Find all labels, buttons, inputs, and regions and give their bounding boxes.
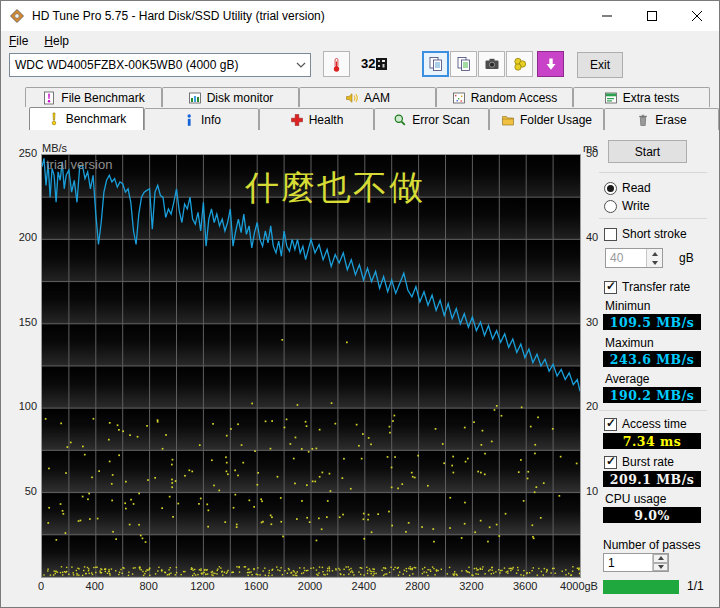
access-time-dot (506, 571, 507, 572)
access-time-dot (498, 535, 500, 537)
tab-info[interactable]: Info (144, 108, 259, 130)
tab-error-scan[interactable]: Error Scan (374, 108, 489, 130)
checkbox-icon[interactable]: ✓ (604, 456, 617, 469)
spin-up-icon[interactable] (653, 554, 668, 563)
read-radio[interactable]: Read (604, 181, 651, 195)
access-time-dot (293, 570, 294, 571)
access-time-dot (466, 570, 467, 571)
access-time-dot (157, 570, 158, 571)
access-time-dot (154, 477, 156, 479)
access-time-dot (257, 472, 259, 474)
maximize-button[interactable] (629, 1, 674, 31)
access-time-dot (204, 569, 205, 570)
tab-health[interactable]: Health (259, 108, 374, 130)
access-time-dot (422, 573, 423, 574)
temperature-button[interactable] (323, 51, 350, 77)
access-time-dot (346, 342, 348, 344)
access-time-dot (47, 522, 49, 524)
tab-erase[interactable]: Erase (604, 108, 719, 130)
spin-down-icon[interactable] (647, 258, 662, 267)
drive-select[interactable]: WDC WD4005FZBX-00K5WB0 (4000 gB) (9, 53, 311, 77)
access-time-dot (473, 421, 475, 423)
close-button[interactable] (674, 1, 719, 31)
access-time-dot (172, 516, 174, 518)
access-time-dot (464, 502, 466, 504)
x-tick: 3600 (513, 580, 537, 592)
access-time-dot (488, 570, 489, 571)
access-time-dot (437, 570, 438, 571)
access-time-dot (399, 571, 400, 572)
access-time-dot (219, 566, 220, 567)
short-stroke-checkbox[interactable]: ✓ Short stroke (604, 227, 687, 241)
short-stroke-label: Short stroke (622, 227, 687, 241)
access-time-dot (307, 570, 308, 571)
access-time-dot (115, 570, 116, 571)
info-icon (182, 113, 196, 127)
exit-button[interactable]: Exit (577, 52, 623, 78)
access-time-dot (303, 567, 304, 568)
menu-help[interactable]: Help (36, 33, 77, 49)
start-button[interactable]: Start (608, 140, 687, 163)
access-time-dot (245, 566, 246, 567)
minimize-button[interactable] (584, 1, 629, 31)
checkbox-icon[interactable]: ✓ (604, 228, 617, 241)
access-time-dot (391, 467, 393, 469)
access-time-dot (322, 567, 323, 568)
menubar: File Help (1, 31, 719, 50)
passes-spinner[interactable]: 1 (603, 553, 669, 572)
access-time-dot (224, 521, 226, 523)
tab-aam[interactable]: AAM (299, 87, 436, 107)
save-results-button[interactable] (506, 51, 533, 77)
screenshot-button[interactable] (478, 51, 505, 77)
tab-disk-monitor[interactable]: Disk monitor (162, 87, 299, 107)
access-time-dot (443, 462, 445, 464)
write-radio[interactable]: Write (604, 199, 650, 213)
burst-rate-checkbox[interactable]: ✓ Burst rate (604, 455, 674, 469)
tab-file-benchmark[interactable]: File Benchmark (25, 87, 162, 107)
transfer-rate-checkbox[interactable]: ✓ Transfer rate (604, 280, 690, 294)
checkbox-icon[interactable]: ✓ (604, 418, 617, 431)
spin-down-icon[interactable] (653, 563, 668, 572)
access-time-dot (397, 568, 398, 569)
access-time-dot (73, 574, 74, 575)
access-time-dot (367, 519, 369, 521)
access-time-dot (236, 524, 238, 526)
access-time-checkbox[interactable]: ✓ Access time (604, 417, 687, 431)
access-time-dot (461, 537, 463, 539)
update-download-button[interactable] (537, 51, 564, 77)
checkbox-icon[interactable]: ✓ (604, 281, 617, 294)
access-time-dot (270, 515, 272, 517)
access-time-dot (222, 574, 223, 575)
access-time-dot (220, 567, 221, 568)
copy-text-button[interactable] (450, 51, 477, 77)
access-time-dot (489, 569, 490, 570)
passes-label: Number of passes (603, 538, 700, 552)
tab-folder-usage[interactable]: Folder Usage (489, 108, 604, 130)
access-time-dot (169, 573, 170, 574)
access-time-dot (88, 568, 89, 569)
access-time-dot (272, 569, 273, 570)
access-time-dot (383, 567, 384, 568)
radio-icon[interactable] (604, 200, 617, 213)
short-stroke-spinner[interactable]: 40 (605, 248, 663, 268)
access-time-dot (111, 483, 113, 485)
access-time-dot (200, 568, 201, 569)
copy-screenshot-button[interactable] (422, 51, 449, 77)
spin-up-icon[interactable] (647, 249, 662, 258)
access-time-dot (366, 567, 367, 568)
tab-extra-tests[interactable]: Extra tests (573, 87, 710, 107)
access-time-dot (397, 488, 399, 490)
access-time-dot (89, 573, 90, 574)
access-time-dot (234, 470, 236, 472)
access-time-dot (471, 574, 472, 575)
tab-benchmark[interactable]: Benchmark (29, 107, 144, 130)
x-tick: 1200 (190, 580, 214, 592)
access-time-dot (482, 430, 484, 432)
access-time-dot (464, 427, 466, 429)
access-time-dot (327, 500, 329, 502)
tab-random-access[interactable]: Random Access (436, 87, 573, 107)
menu-file[interactable]: File (1, 33, 36, 49)
radio-icon[interactable] (604, 182, 617, 195)
access-time-dot (218, 490, 220, 492)
access-time-dot (510, 570, 511, 571)
